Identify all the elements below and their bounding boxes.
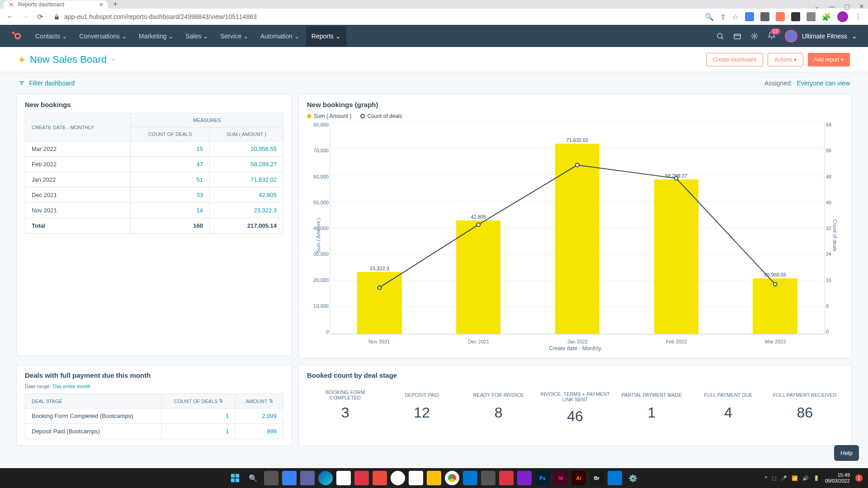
tray-battery-icon[interactable]: 🔋 xyxy=(813,475,820,481)
task-view-icon[interactable] xyxy=(264,471,278,485)
maximize-icon[interactable]: ▢ xyxy=(844,3,850,10)
acrobat-icon[interactable] xyxy=(354,471,369,485)
nav-reports[interactable]: Reports⌄ xyxy=(306,26,346,46)
chart-bar[interactable]: 58,289.27 xyxy=(632,173,721,334)
nav-service[interactable]: Service⌄ xyxy=(220,26,249,46)
teams-icon[interactable] xyxy=(300,471,315,485)
ext-icon-1[interactable] xyxy=(745,12,754,21)
marketplace-icon[interactable] xyxy=(733,32,741,40)
col-amount[interactable]: AMOUNT ⇅ xyxy=(236,394,283,408)
account-menu[interactable]: Ultimate Fitness ⌄ xyxy=(785,30,857,42)
col-count-deals[interactable]: COUNT OF DEALS ⇅ xyxy=(161,394,236,408)
notifications-button[interactable]: 17 xyxy=(768,31,776,41)
widgets-icon[interactable] xyxy=(282,471,297,485)
browser-tab[interactable]: Reports dashboard × xyxy=(4,0,108,9)
assigned-info: Assigned: Everyone can view xyxy=(764,80,850,87)
app-icon-blue[interactable] xyxy=(608,471,622,485)
tray-app-icon[interactable]: ⬚ xyxy=(772,475,776,481)
chart-bar[interactable]: 42,805 xyxy=(434,214,523,334)
nav-sales[interactable]: Sales⌄ xyxy=(185,26,208,46)
chrome-icon[interactable] xyxy=(445,471,459,485)
explorer-icon[interactable] xyxy=(427,471,441,485)
chart-bar[interactable]: 23,322.3 xyxy=(335,266,424,334)
caret-down-icon[interactable]: ⌄ xyxy=(814,3,820,10)
address-bar[interactable]: app-eu1.hubspot.com/reports-dashboard/24… xyxy=(49,13,698,20)
bridge-icon[interactable]: Br xyxy=(590,471,604,485)
stage-column[interactable]: DEPOSIT PAID12 xyxy=(383,388,460,425)
reload-icon[interactable]: ⟳ xyxy=(37,13,43,21)
tray-wifi-icon[interactable]: 📶 xyxy=(792,475,798,481)
nav-conversations[interactable]: Conversations⌄ xyxy=(79,26,127,46)
mail-icon[interactable] xyxy=(463,471,477,485)
assigned-link[interactable]: Everyone can view xyxy=(797,80,850,87)
start-button[interactable] xyxy=(228,471,242,485)
stage-column[interactable]: BOOKING FORM COMPLETED3 xyxy=(307,388,383,425)
create-dashboard-button[interactable]: Create dashboard xyxy=(706,53,763,66)
filter-dashboard-link[interactable]: Filter dashboard xyxy=(18,80,75,87)
back-icon[interactable]: ← xyxy=(6,13,14,21)
calendar-icon[interactable] xyxy=(336,471,351,485)
star-icon[interactable]: ☆ xyxy=(732,13,739,21)
table-row[interactable]: Feb 20224758,289.27 xyxy=(25,157,283,172)
actions-button[interactable]: Actions ▾ xyxy=(768,53,803,66)
taskbar-clock[interactable]: 15:49 09/03/2022 xyxy=(825,472,850,484)
tray-notification-icon[interactable]: 1 xyxy=(855,474,863,482)
stage-column[interactable]: INVOICE, TERMS + PAYMENT LINK SENT46 xyxy=(537,388,613,425)
favorite-star-icon[interactable]: ★ xyxy=(18,55,25,65)
app-icon-purple[interactable] xyxy=(517,471,532,485)
share-icon[interactable]: ⇧ xyxy=(720,13,726,21)
music-icon[interactable] xyxy=(391,471,405,485)
table-row[interactable]: Jan 20225171,632.02 xyxy=(25,172,283,188)
calculator-icon[interactable] xyxy=(481,471,495,485)
slack-icon[interactable] xyxy=(409,471,423,485)
table-row[interactable]: Dec 20213342,805 xyxy=(25,188,283,203)
chart-bar[interactable]: 20,956.55 xyxy=(731,272,820,334)
tray-chevron-icon[interactable]: ^ xyxy=(765,475,767,481)
indesign-icon[interactable]: Id xyxy=(553,471,568,485)
pdf-icon[interactable] xyxy=(499,471,514,485)
stage-column[interactable]: READY FOR INVOICE8 xyxy=(460,388,537,425)
table-row[interactable]: Nov 20211423,322.3 xyxy=(25,203,283,218)
search-icon[interactable] xyxy=(716,32,724,40)
col-deal-stage[interactable]: DEAL STAGE xyxy=(25,394,162,408)
close-icon[interactable]: ✕ xyxy=(859,3,864,10)
zoom-icon[interactable]: 🔍 xyxy=(705,13,714,21)
table-row[interactable]: Mar 20221520,956.55 xyxy=(25,141,283,157)
table-row[interactable]: Deposit Paid (Bootcamps)1999 xyxy=(25,424,283,439)
nav-contacts[interactable]: Contacts⌄ xyxy=(35,26,67,46)
ext-icon-4[interactable] xyxy=(791,12,800,21)
filter-icon xyxy=(18,80,25,87)
new-tab-button[interactable]: + xyxy=(113,0,118,9)
cell-sum: 42,805 xyxy=(210,188,283,203)
chart-bar[interactable]: 71,632.02 xyxy=(533,137,622,334)
ext-icon-camera[interactable] xyxy=(760,12,769,21)
edge-icon[interactable] xyxy=(318,471,333,485)
stage-column[interactable]: PARTIAL PAYMENT MADE1 xyxy=(613,388,690,425)
minimize-icon[interactable]: — xyxy=(829,3,835,10)
add-report-button[interactable]: Add report ▾ xyxy=(808,53,850,66)
help-button[interactable]: Help xyxy=(834,445,859,461)
table-row[interactable]: Booking Form Completed (Bootcamps)12,099 xyxy=(25,408,283,424)
ext-icon-5[interactable] xyxy=(807,12,816,21)
ext-icon-hubspot[interactable] xyxy=(776,12,785,21)
forward-icon[interactable]: → xyxy=(22,13,29,21)
stage-column[interactable]: FULL PAYMENT DUE4 xyxy=(690,388,766,425)
stage-column[interactable]: FULL PAYMENT RECEIVED86 xyxy=(767,388,843,425)
extensions-icon[interactable]: 🧩 xyxy=(822,13,831,21)
dashboard-title-dropdown[interactable]: New Sales Board xyxy=(30,54,117,66)
settings-icon[interactable] xyxy=(750,32,759,40)
tray-mic-icon[interactable]: 🎤 xyxy=(781,475,787,481)
hubspot-logo-icon[interactable] xyxy=(11,30,23,42)
photoshop-icon[interactable]: Ps xyxy=(535,471,550,485)
menu-icon[interactable]: ⋮ xyxy=(854,13,862,21)
illustrator-icon[interactable]: Ai xyxy=(571,471,586,485)
nav-automation[interactable]: Automation⌄ xyxy=(260,26,300,46)
tab-title: Reports dashboard xyxy=(18,1,64,8)
search-taskbar-icon[interactable]: 🔍 xyxy=(246,471,260,485)
nav-marketing[interactable]: Marketing⌄ xyxy=(139,26,174,46)
profile-avatar[interactable] xyxy=(837,11,848,22)
app-icon-1[interactable] xyxy=(373,471,387,485)
tab-close-icon[interactable]: × xyxy=(99,1,103,8)
tray-volume-icon[interactable]: 🔊 xyxy=(802,475,809,481)
settings-taskbar-icon[interactable]: ⚙️ xyxy=(626,471,640,485)
